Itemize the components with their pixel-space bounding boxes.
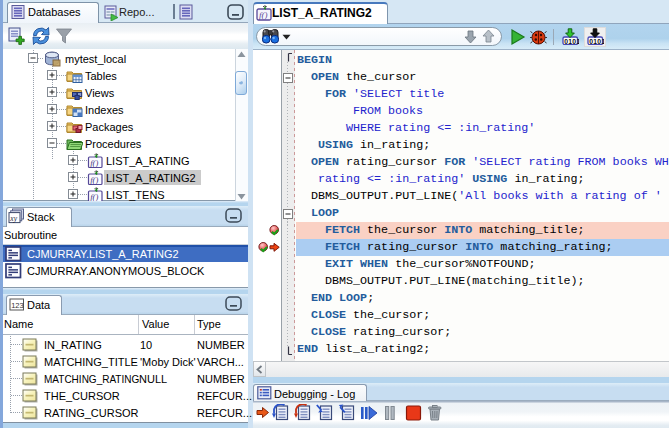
svg-text:xy: xy (9, 214, 17, 223)
svg-text:123: 123 (11, 301, 24, 310)
svg-text:0101: 0101 (589, 38, 604, 45)
svg-text:f(): f() (90, 158, 98, 168)
svg-text:f(): f() (90, 175, 98, 185)
svg-text:0101: 0101 (564, 38, 579, 45)
svg-text:f(): f() (259, 10, 268, 20)
svg-text:f(): f() (90, 192, 98, 202)
